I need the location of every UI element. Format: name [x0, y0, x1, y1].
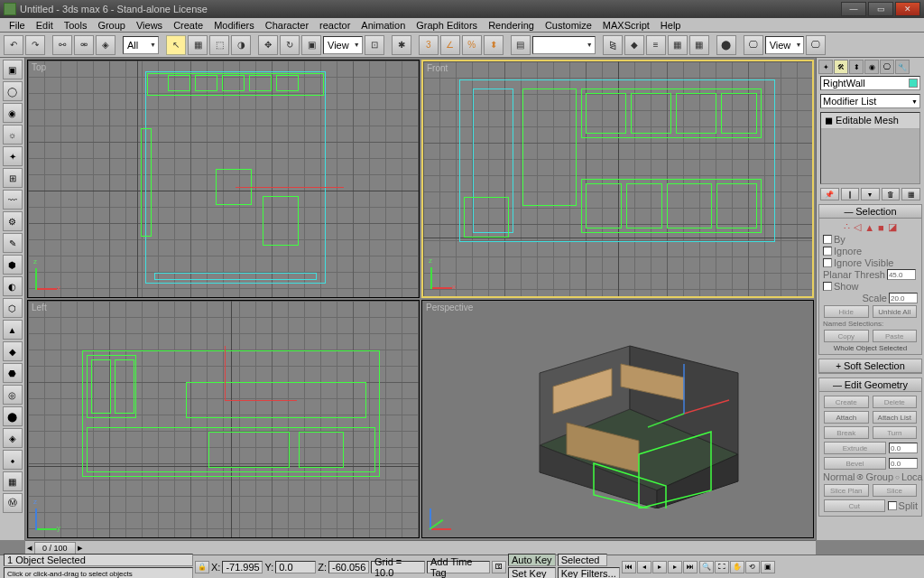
menu-grapheditors[interactable]: Graph Editors	[411, 20, 483, 31]
next-frame-button[interactable]: ▸	[668, 561, 682, 573]
tab-create-icon[interactable]: ✦	[818, 60, 833, 74]
move-button[interactable]: ✥	[258, 35, 278, 55]
poly-icon[interactable]: ■	[878, 222, 884, 233]
unlink-button[interactable]: ⚮	[74, 35, 94, 55]
autokey-button[interactable]: Auto Key	[508, 554, 556, 566]
menu-file[interactable]: File	[4, 20, 31, 31]
unhide-button[interactable]: Unhide All	[873, 305, 918, 318]
named-sel-button[interactable]: ▤	[511, 35, 531, 55]
redo-button[interactable]: ↷	[25, 35, 45, 55]
menu-rendering[interactable]: Rendering	[483, 20, 540, 31]
window-crossing-button[interactable]: ◑	[231, 35, 251, 55]
pan-button[interactable]: ✋	[730, 561, 744, 573]
tab-mod8-icon[interactable]: ◎	[3, 385, 23, 405]
arc-button[interactable]: ⟲	[745, 561, 760, 573]
tab-compound-icon[interactable]: ◉	[3, 103, 23, 123]
percent-snap-button[interactable]: %	[462, 35, 482, 55]
time-handle[interactable]: 0 / 100	[34, 542, 76, 555]
tab-mod7-icon[interactable]: ⬣	[3, 363, 23, 383]
scale-spinner[interactable]: 20.0	[889, 293, 918, 303]
rollout-editgeo-header[interactable]: — Edit Geometry	[819, 378, 921, 392]
material-button[interactable]: ⬤	[716, 35, 736, 55]
refcoord-select[interactable]: View	[323, 36, 363, 54]
tab-systems-icon[interactable]: ⚙	[3, 211, 23, 231]
tab-mod5-icon[interactable]: ▲	[3, 320, 23, 340]
mirror-button[interactable]: ⧎	[603, 35, 623, 55]
goto-start-button[interactable]: ⏮	[622, 561, 636, 573]
goto-end-button[interactable]: ⏭	[683, 561, 698, 573]
tab-particles-icon[interactable]: ✦	[3, 146, 23, 166]
menu-create[interactable]: Create	[168, 20, 208, 31]
face-icon[interactable]: ▲	[864, 222, 874, 233]
undo-button[interactable]: ↶	[4, 35, 23, 55]
tab-util-icon[interactable]: 🔧	[895, 60, 910, 74]
attach-button[interactable]: Attach	[824, 411, 869, 424]
angle-snap-button[interactable]: ∠	[440, 35, 460, 55]
tab-max-icon[interactable]: Ⓜ	[3, 493, 23, 513]
remove-button[interactable]: 🗑	[882, 188, 901, 200]
key-mode-dropdown[interactable]: Selected	[558, 554, 607, 566]
select-button[interactable]: ↖	[166, 35, 186, 55]
x-value[interactable]: -71.995	[222, 561, 263, 573]
scale-button[interactable]: ▣	[301, 35, 321, 55]
bevel-spinner[interactable]: 0.0	[889, 458, 918, 469]
paste-button[interactable]: Paste	[873, 330, 918, 342]
rollout-selection-header[interactable]: — Selection	[819, 205, 921, 219]
menu-tools[interactable]: Tools	[59, 20, 93, 31]
snap-button[interactable]: 3	[419, 35, 439, 55]
edge-icon[interactable]: ◁	[854, 221, 861, 233]
tab-motion-icon[interactable]: ◉	[864, 60, 879, 74]
menu-help[interactable]: Help	[655, 20, 687, 31]
bind-button[interactable]: ◈	[96, 35, 116, 55]
layers-button[interactable]: ≡	[646, 35, 666, 55]
key-filters-button[interactable]: Key Filters...	[558, 567, 620, 578]
setkey-button[interactable]: Set Key	[508, 567, 556, 578]
play-button[interactable]: ▸	[652, 561, 667, 573]
extrude-spinner[interactable]: 0.0	[889, 443, 918, 453]
planar-spinner[interactable]: 45.0	[887, 269, 916, 280]
z-value[interactable]: -60.056	[328, 561, 369, 573]
tab-modify-icon[interactable]: 🛠	[834, 60, 848, 74]
split-checkbox[interactable]	[888, 501, 897, 510]
comm-icon[interactable]: ⚿	[492, 561, 506, 573]
maxtoggle-button[interactable]: ▣	[761, 561, 775, 573]
menu-modifiers[interactable]: Modifiers	[208, 20, 260, 31]
stack-item[interactable]: ◼ Editable Mesh	[821, 113, 919, 129]
menu-reactor[interactable]: reactor	[314, 20, 356, 31]
delete-button[interactable]: Delete	[873, 396, 918, 408]
schematic-button[interactable]: ▦	[689, 35, 709, 55]
quick-render-button[interactable]: 🖵	[806, 35, 826, 55]
ignore-checkbox[interactable]	[823, 247, 832, 256]
spinner-snap-button[interactable]: ⬍	[484, 35, 504, 55]
select-region-button[interactable]: ⬚	[209, 35, 229, 55]
tab-display-icon[interactable]: 🖵	[880, 60, 894, 74]
tab-mod10-icon[interactable]: ◈	[3, 428, 23, 448]
zoom-all-button[interactable]: ⛶	[715, 561, 729, 573]
extrude-button[interactable]: Extrude	[824, 442, 886, 454]
named-sel-dropdown[interactable]	[532, 36, 596, 54]
element-icon[interactable]: ◪	[888, 221, 897, 233]
align-button[interactable]: ◆	[624, 35, 644, 55]
viewport-perspective[interactable]: Perspective	[421, 300, 814, 538]
tab-mod9-icon[interactable]: ⬤	[3, 406, 23, 426]
tab-lights-icon[interactable]: ☼	[3, 125, 23, 144]
curve-editor-button[interactable]: ▦	[668, 35, 688, 55]
link-button[interactable]: ⚯	[52, 35, 72, 55]
menu-character[interactable]: Character	[260, 20, 314, 31]
sliceplane-button[interactable]: Slice Plan	[824, 484, 869, 497]
menu-views[interactable]: Views	[131, 20, 168, 31]
copy-button[interactable]: Copy	[824, 330, 869, 342]
select-name-button[interactable]: ▦	[188, 35, 208, 55]
maximize-button[interactable]: ▭	[868, 2, 893, 16]
menu-group[interactable]: Group	[92, 20, 131, 31]
turn-button[interactable]: Turn	[873, 426, 918, 439]
by-checkbox[interactable]	[823, 235, 832, 244]
viewport-front[interactable]: Front xz	[421, 60, 814, 298]
attachlist-button[interactable]: Attach List	[873, 411, 918, 424]
menu-maxscript[interactable]: MAXScript	[597, 20, 655, 31]
object-name-input[interactable]: RightWall	[820, 76, 920, 90]
rollout-soft-header[interactable]: + Soft Selection	[819, 359, 921, 373]
modifier-stack[interactable]: ◼ Editable Mesh	[820, 112, 920, 184]
pin-stack-button[interactable]: 📌	[820, 188, 839, 200]
cut-button[interactable]: Cut	[824, 499, 885, 512]
